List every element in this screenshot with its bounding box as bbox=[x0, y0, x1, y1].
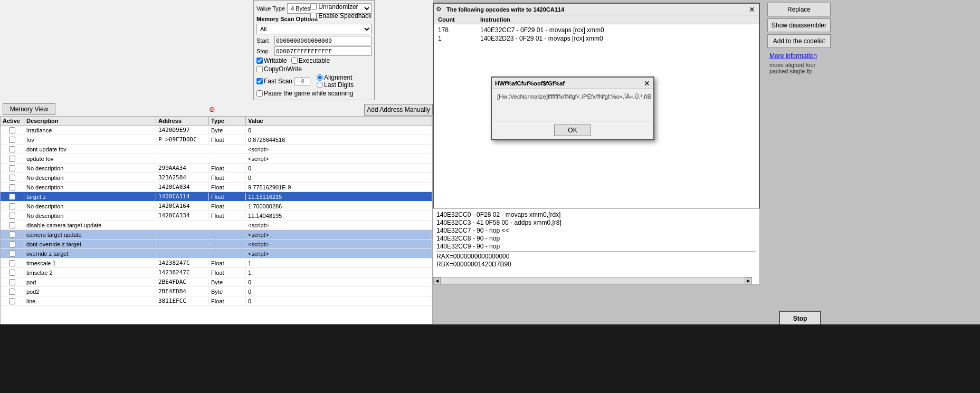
table-row[interactable]: update fov<script> bbox=[1, 154, 432, 164]
row-active-cell[interactable] bbox=[1, 241, 24, 248]
row-checkbox[interactable] bbox=[9, 270, 15, 276]
table-row[interactable]: No description299AAA34Float0 bbox=[1, 164, 432, 173]
table-row[interactable]: irradiance1420D9E97Byte0 bbox=[1, 126, 432, 135]
executable-option[interactable]: Executable bbox=[291, 57, 330, 64]
row-active-cell[interactable] bbox=[1, 174, 24, 181]
writable-checkbox[interactable] bbox=[256, 57, 263, 64]
row-checkbox[interactable] bbox=[9, 203, 15, 209]
row-active-cell[interactable] bbox=[1, 231, 24, 238]
row-active-cell[interactable] bbox=[1, 298, 24, 305]
row-value: 11.14048195 bbox=[246, 212, 432, 219]
scroll-left-btn[interactable]: ◀ bbox=[433, 277, 441, 285]
table-row[interactable]: pod22BE4FDB4Byte0 bbox=[1, 287, 432, 296]
row-active-cell[interactable] bbox=[1, 260, 24, 267]
row-active-cell[interactable] bbox=[1, 269, 24, 276]
copyonwrite-option[interactable]: CopyOnWrite bbox=[256, 65, 302, 73]
row-checkbox[interactable] bbox=[9, 298, 15, 304]
row-active-cell[interactable] bbox=[1, 279, 24, 286]
row-active-cell[interactable] bbox=[1, 193, 24, 200]
pause-option[interactable]: Pause the game while scanning bbox=[256, 90, 353, 97]
table-row[interactable]: timsclae 214238247CFloat1 bbox=[1, 268, 432, 277]
table-row[interactable]: No description323A2584Float0 bbox=[1, 173, 432, 183]
row-active-cell[interactable] bbox=[1, 203, 24, 210]
row-active-cell[interactable] bbox=[1, 288, 24, 295]
row-checkbox[interactable] bbox=[9, 241, 15, 247]
alignment-option[interactable]: Alignment bbox=[317, 74, 354, 81]
row-active-cell[interactable] bbox=[1, 155, 24, 162]
row-checkbox[interactable] bbox=[9, 222, 15, 228]
speedhack-checkbox[interactable] bbox=[310, 13, 317, 19]
table-row[interactable]: line3811EFCCFloat0 bbox=[1, 296, 432, 306]
opcode-row-2[interactable]: 1 140E32D23 - 0F29 01 - movaps [rcx],xmm… bbox=[438, 35, 755, 42]
row-checkbox[interactable] bbox=[9, 127, 15, 133]
row-checkbox[interactable] bbox=[9, 165, 15, 171]
scroll-right-btn[interactable]: ▶ bbox=[745, 277, 752, 285]
row-active-cell[interactable] bbox=[1, 250, 24, 257]
row-checkbox[interactable] bbox=[9, 184, 15, 190]
table-row[interactable]: dont override z target<script> bbox=[1, 239, 432, 249]
row-active-cell[interactable] bbox=[1, 136, 24, 143]
unrandomizer-checkbox[interactable] bbox=[310, 4, 317, 10]
table-row[interactable]: override z target<script> bbox=[1, 249, 432, 258]
row-checkbox[interactable] bbox=[9, 251, 15, 257]
row-address bbox=[156, 149, 209, 150]
row-active-cell[interactable] bbox=[1, 212, 24, 219]
lastdigits-option[interactable]: Last Digits bbox=[317, 81, 354, 89]
row-checkbox[interactable] bbox=[9, 156, 15, 162]
row-value: <script> bbox=[246, 241, 432, 248]
row-checkbox[interactable] bbox=[9, 289, 15, 295]
stop-input[interactable] bbox=[274, 46, 372, 56]
row-checkbox[interactable] bbox=[9, 213, 15, 219]
opcode-row-1[interactable]: 178 140E32CC7 - 0F29 01 - movaps [rcx],x… bbox=[438, 26, 755, 34]
alignment-radio[interactable] bbox=[317, 74, 323, 81]
lastdigits-radio[interactable] bbox=[317, 82, 323, 88]
fast-scan-checkbox[interactable] bbox=[256, 78, 263, 84]
fast-scan-value[interactable] bbox=[294, 77, 310, 85]
table-row[interactable]: pod2BE4FDACByte0 bbox=[1, 277, 432, 287]
table-row[interactable]: fovP->09F7D0DCFloat0.8726644516 bbox=[1, 135, 432, 145]
table-row[interactable]: disable camera target update<script> bbox=[1, 221, 432, 230]
fast-scan-option[interactable]: Fast Scan bbox=[256, 78, 292, 85]
replace-button[interactable]: Replace bbox=[767, 3, 831, 16]
row-active-cell[interactable] bbox=[1, 165, 24, 172]
table-row[interactable]: timescale 114238247CFloat1 bbox=[1, 258, 432, 268]
add-to-codelist-button[interactable]: Add to the codelist bbox=[767, 34, 831, 48]
show-disassembler-button[interactable]: Show disassembler bbox=[767, 18, 831, 32]
copyonwrite-checkbox[interactable] bbox=[256, 66, 263, 72]
row-checkbox[interactable] bbox=[9, 279, 15, 285]
table-row[interactable]: No description1420CA334Float11.14048195 bbox=[1, 211, 432, 221]
row-active-cell[interactable] bbox=[1, 146, 24, 153]
row-checkbox[interactable] bbox=[9, 194, 15, 200]
row-active-cell[interactable] bbox=[1, 222, 24, 229]
table-row[interactable]: No description1420CA164Float1.700000286 bbox=[1, 202, 432, 211]
table-row[interactable]: dont update fov<script> bbox=[1, 145, 432, 154]
executable-checkbox[interactable] bbox=[291, 57, 298, 64]
row-checkbox[interactable] bbox=[9, 137, 15, 143]
add-address-button[interactable]: Add Address Manually bbox=[364, 104, 433, 116]
speedhack-option[interactable]: Enable Speedhack bbox=[310, 12, 372, 20]
modal-close-button[interactable]: ✕ bbox=[644, 79, 650, 88]
row-value: 0 bbox=[246, 127, 432, 134]
writable-option[interactable]: Writable bbox=[256, 57, 287, 64]
row-active-cell[interactable] bbox=[1, 127, 24, 134]
start-input[interactable] bbox=[274, 36, 372, 45]
row-checkbox[interactable] bbox=[9, 260, 15, 266]
row-checkbox[interactable] bbox=[9, 146, 15, 152]
disasm-area[interactable]: 140E32CC0 - 0F28 02 - movaps xmm0,[rdx] … bbox=[433, 208, 760, 285]
table-row[interactable]: No description1420CA034Float9.775162901E… bbox=[1, 183, 432, 192]
row-active-cell[interactable] bbox=[1, 184, 24, 191]
table-row[interactable]: camera target update<script> bbox=[1, 230, 432, 239]
modal-ok-button[interactable]: OK bbox=[554, 124, 591, 136]
row-checkbox[interactable] bbox=[9, 175, 15, 181]
pause-checkbox[interactable] bbox=[256, 90, 263, 97]
scan-type-select[interactable]: All bbox=[256, 24, 372, 34]
more-info-section: More information move aligned fourpacked… bbox=[767, 52, 836, 74]
row-type: Float bbox=[209, 184, 246, 191]
table-row[interactable]: target z1420CA114Float11.15116215 bbox=[1, 192, 432, 202]
more-info-link[interactable]: More information bbox=[769, 52, 834, 60]
memory-view-button[interactable]: Memory View bbox=[3, 103, 55, 115]
delete-icon[interactable]: ⊘ bbox=[207, 104, 217, 114]
row-checkbox[interactable] bbox=[9, 232, 15, 238]
opcode-close-button[interactable]: ✕ bbox=[747, 5, 757, 14]
unrandomizer-option[interactable]: Unrandomizer bbox=[310, 3, 372, 11]
